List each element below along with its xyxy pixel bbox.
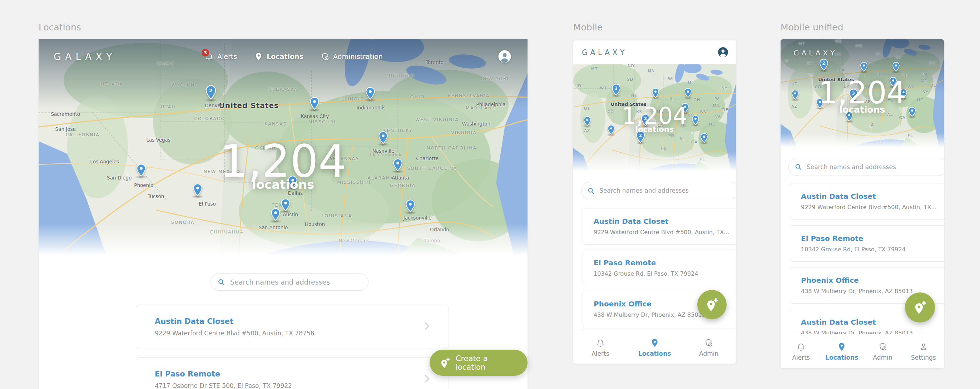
map-pin[interactable]	[892, 62, 900, 72]
search-field[interactable]	[210, 273, 369, 291]
tab-label: Alerts	[792, 354, 810, 361]
map-pin[interactable]	[584, 116, 591, 126]
tab-label: Settings	[911, 354, 936, 361]
map-pin[interactable]	[608, 125, 615, 135]
location-address: 9229 Waterford Centre Blvd #500, Austin,…	[801, 204, 944, 210]
location-card[interactable]: Austin Data Closet 9229 Waterford Centre…	[790, 183, 944, 220]
map-pin[interactable]	[860, 62, 868, 72]
locations-map[interactable]: United StatesMTNDMNWIMINYIDWYSDNEIAILOHP…	[781, 39, 944, 147]
location-address: 10342 Grouse Rd, El Paso, TX 79924	[593, 270, 736, 277]
search-icon	[217, 278, 225, 286]
pin-plus-icon	[912, 300, 928, 315]
tab-alerts[interactable]: Alerts	[781, 334, 821, 368]
map-pin[interactable]	[684, 88, 692, 98]
tab-admin[interactable]: Admin	[862, 334, 903, 368]
search-field[interactable]	[788, 158, 944, 176]
search-input[interactable]	[599, 187, 734, 194]
locations-map[interactable]: United StatesMTNDMNWIMINYIDWYSDNEIAILOHP…	[573, 64, 736, 171]
location-name: El Paso Remote	[801, 234, 944, 243]
map-pin[interactable]	[137, 164, 146, 177]
design-canvas: Locations	[0, 0, 980, 389]
svg-text:2: 2	[639, 132, 642, 138]
location-name: Austin Data Closet	[155, 317, 449, 326]
nav-item-locations[interactable]: Locations	[254, 52, 304, 61]
map-pin[interactable]	[652, 88, 659, 98]
tab-settings[interactable]: Settings	[903, 334, 944, 368]
chevron-right-icon	[422, 321, 431, 332]
avatar[interactable]	[498, 49, 512, 64]
map-pin[interactable]	[845, 112, 853, 121]
map-pin[interactable]	[310, 97, 319, 110]
location-name: El Paso Remote	[593, 258, 736, 267]
map-pin[interactable]	[393, 158, 403, 171]
nav-item-administration[interactable]: Administration	[321, 52, 383, 61]
panel-label-mobile: Mobile	[573, 22, 603, 32]
map-pin[interactable]	[192, 183, 202, 196]
mobile-panel: GALAXY	[573, 40, 736, 363]
search-field[interactable]	[581, 182, 736, 199]
map-pin[interactable]: 3	[641, 114, 650, 126]
map-pin[interactable]	[288, 175, 298, 188]
create-location-fab[interactable]	[905, 292, 935, 322]
map-pin[interactable]	[379, 131, 388, 144]
location-address: 9229 Waterford Centre Blvd #500, Austin,…	[155, 330, 449, 337]
map-pin[interactable]	[682, 103, 689, 113]
brand-logo: GALAXY	[582, 48, 627, 57]
create-location-fab[interactable]	[697, 290, 727, 319]
pin-icon	[254, 52, 263, 61]
location-address: 4717 Osborne Dr STE 500, El Paso, TX 799…	[155, 382, 449, 389]
location-card[interactable]: El Paso Remote 4717 Osborne Dr STE 500, …	[136, 357, 449, 389]
map-pin[interactable]	[792, 90, 799, 100]
tab-label: Alerts	[592, 350, 609, 357]
map-pin[interactable]	[280, 198, 290, 211]
avatar[interactable]	[717, 46, 729, 58]
map-pin[interactable]	[700, 133, 708, 143]
map-pin[interactable]: 2	[205, 85, 216, 100]
nav-items: 3 Alerts Locations Admini	[205, 39, 383, 74]
admin-shield-icon	[878, 342, 888, 351]
locations-map[interactable]: United StatesNEVADAIDAHOWYOMINGUTAHCALIF…	[38, 39, 528, 256]
map-pin[interactable]	[900, 89, 907, 99]
create-location-label: Create a location	[456, 354, 516, 371]
map-pin[interactable]	[816, 98, 824, 108]
map-pin[interactable]	[908, 107, 916, 117]
svg-text:3: 3	[852, 91, 855, 96]
bell-icon	[596, 338, 605, 348]
tab-alerts[interactable]: Alerts	[573, 331, 628, 363]
mobile-header: GALAXY	[573, 40, 736, 64]
search-input[interactable]	[229, 278, 363, 286]
bell-icon: 3	[205, 52, 214, 61]
bottom-nav: Alerts Locations Admin Settings	[781, 334, 944, 368]
nav-item-alerts[interactable]: 3 Alerts	[205, 52, 237, 61]
location-card[interactable]: Austin Data Closet 9229 Waterford Centre…	[136, 305, 449, 349]
brand-logo: GALAXY	[54, 51, 116, 62]
svg-text:2: 2	[615, 86, 617, 91]
admin-shield-icon	[704, 338, 713, 348]
person-icon	[919, 342, 928, 351]
tab-label: Admin	[873, 354, 892, 361]
brand-logo: GALAXY	[794, 49, 837, 57]
map-pin[interactable]: 2	[611, 84, 621, 96]
panel-label-mobile-unified: Mobile unified	[781, 22, 843, 32]
map-pin[interactable]	[365, 87, 375, 100]
location-card[interactable]: Austin Data Closet 9229 Waterford Centre…	[582, 208, 736, 245]
tab-locations[interactable]: Locations	[628, 331, 682, 363]
map-pin[interactable]	[271, 208, 280, 221]
alerts-badge: 3	[202, 49, 209, 56]
map-pin[interactable]	[692, 115, 700, 125]
admin-shield-icon	[321, 52, 329, 61]
pin-plus-icon	[439, 357, 451, 369]
search-icon	[587, 187, 595, 194]
location-card[interactable]: El Paso Remote 10342 Grouse Rd, El Paso,…	[582, 250, 736, 286]
map-pin[interactable]: 3	[849, 89, 858, 101]
map-pin[interactable]: 2	[819, 59, 829, 71]
location-card[interactable]: El Paso Remote 10342 Grouse Rd, El Paso,…	[790, 225, 944, 262]
svg-text:2: 2	[822, 61, 825, 65]
map-pin[interactable]	[405, 199, 415, 212]
tab-locations[interactable]: Locations	[821, 334, 862, 368]
search-input[interactable]	[806, 163, 942, 171]
map-pin[interactable]	[889, 77, 897, 87]
tab-admin[interactable]: Admin	[682, 331, 736, 363]
create-location-button[interactable]: Create a location	[430, 350, 528, 376]
map-pin[interactable]: 2	[636, 131, 645, 143]
